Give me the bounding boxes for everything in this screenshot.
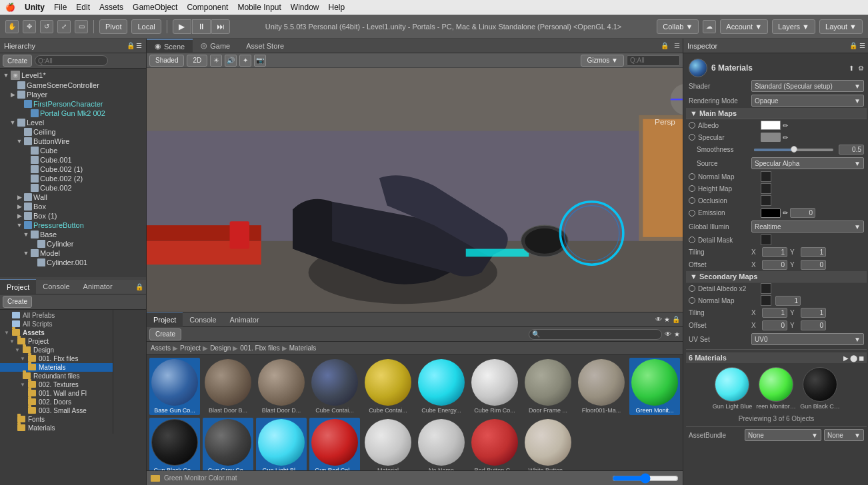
asset-cube-contai1[interactable]: Cube Contai...	[309, 358, 360, 415]
proj-all-prefabs[interactable]: All Prefabs	[0, 311, 113, 320]
global-illum-dropdown[interactable]: Realtime ▼	[751, 221, 864, 233]
breadcrumb-assets[interactable]: Assets	[151, 344, 171, 352]
proj-textures[interactable]: ▼ 002. Textures	[0, 380, 113, 389]
game-tab[interactable]: ◎ Game	[193, 39, 238, 53]
pause-button[interactable]: ⏸	[192, 19, 211, 34]
zoom-slider[interactable]	[612, 474, 679, 483]
detail-mask-thumb[interactable]	[761, 235, 771, 245]
lighting-icon[interactable]: ☀	[210, 55, 222, 67]
scene-tab[interactable]: ◉ Scene	[147, 39, 193, 53]
tree-item-level1[interactable]: ▼ ⊞ Level1*	[0, 70, 146, 81]
smoothness-value[interactable]: 0.5	[839, 145, 864, 155]
apple-icon[interactable]: 🍎	[5, 3, 15, 12]
asset-cube-energy[interactable]: Cube Energy...	[416, 358, 467, 415]
project-tab[interactable]: Project	[0, 279, 36, 294]
proj-design[interactable]: ▼ Design	[0, 346, 113, 354]
specular-swatch[interactable]	[761, 133, 781, 142]
proj-wall-fl[interactable]: 001. Wall and Fl	[0, 389, 113, 398]
tree-item-wall[interactable]: ▶ Wall	[13, 193, 146, 202]
tiling2-x[interactable]: 1	[762, 308, 787, 318]
inspector-gear-icon[interactable]: ⚙	[858, 65, 864, 72]
specular-picker-icon[interactable]: ✏	[783, 134, 788, 141]
tree-item-base[interactable]: ▼ Base	[20, 230, 146, 239]
preview-sphere-icon[interactable]: ⬤	[850, 354, 857, 362]
move-tool-icon[interactable]: ✥	[23, 20, 36, 33]
albedo-picker-icon[interactable]: ✏	[783, 122, 788, 129]
menu-unity[interactable]: Unity	[25, 3, 45, 12]
preview-mat-green-monitor[interactable]: reen Monitor Co	[756, 367, 796, 410]
height-map-thumb[interactable]	[761, 183, 771, 194]
albedo-swatch[interactable]	[761, 121, 781, 130]
proj-materials2[interactable]: Materials	[0, 424, 113, 432]
step-button[interactable]: ⏭	[211, 19, 230, 34]
scene-3d-view[interactable]: y Persp	[147, 68, 683, 312]
proj-materials[interactable]: Materials	[0, 363, 113, 372]
fx-icon[interactable]: ✦	[239, 55, 251, 67]
preview-cube-icon[interactable]: ◼	[859, 354, 864, 362]
menu-window[interactable]: Window	[291, 3, 319, 12]
assetbundle-variant-dropdown[interactable]: None ▼	[824, 429, 864, 441]
layers-button[interactable]: Layers ▼	[772, 19, 815, 34]
asset-search-opts[interactable]: 👁	[665, 330, 671, 338]
asset-cube-rim[interactable]: Cube Rim Co...	[469, 358, 520, 415]
tree-item-firstpersoncharacter[interactable]: FirstPersonCharacter	[13, 99, 146, 109]
play-button[interactable]: ▶	[173, 19, 191, 34]
hand-tool-icon[interactable]: ✋	[5, 20, 19, 33]
emission-value[interactable]: 0	[790, 208, 815, 218]
tree-item-pressurebutton[interactable]: ▼ PressureButton	[13, 221, 146, 230]
preview-play-icon[interactable]: ▶	[843, 354, 849, 362]
rendering-mode-dropdown[interactable]: Opaque ▼	[751, 95, 864, 107]
menu-help[interactable]: Help	[329, 3, 345, 12]
menu-gameobject[interactable]: GameObject	[133, 3, 177, 12]
breadcrumb-materials[interactable]: Materials	[289, 344, 317, 352]
asset-gun-light-bl[interactable]: Gun Light Bl...	[256, 418, 307, 470]
breadcrumb-fbx[interactable]: 001. Fbx files	[240, 344, 279, 352]
inspector-menu-icon[interactable]: ☰	[859, 42, 865, 49]
emission-swatch[interactable]	[761, 209, 781, 218]
asset-door-frame[interactable]: Door Frame ...	[523, 358, 573, 415]
asset-white-button[interactable]: White Button...	[523, 418, 573, 470]
tree-item-cylinder[interactable]: Cylinder	[27, 239, 146, 248]
tiling2-y[interactable]: 1	[801, 308, 826, 318]
asset-material[interactable]: Material	[363, 418, 413, 470]
preview-mat-gun-light-blue[interactable]: Gun Light Blue	[713, 367, 753, 410]
proj-project[interactable]: ▼ Project	[0, 337, 113, 346]
animator-bottom-tab[interactable]: Animator	[223, 312, 266, 327]
source-dropdown[interactable]: Specular Alpha ▼	[751, 157, 864, 169]
hierarchy-menu-icon[interactable]: ☰	[136, 42, 142, 49]
proj-all-scripts[interactable]: All Scripts	[0, 320, 113, 328]
local-button[interactable]: Local	[131, 19, 161, 34]
asset-gun-grey-co[interactable]: Gun Grey Co...	[203, 418, 253, 470]
tree-item-cube002[interactable]: Cube.002	[20, 183, 146, 193]
inspector-lock-icon[interactable]: 🔒	[849, 42, 857, 49]
asset-floor001[interactable]: Floor001-Ma...	[576, 358, 627, 415]
tree-item-cylinder001[interactable]: Cylinder.001	[27, 258, 146, 267]
tiling-x-value[interactable]: 1	[762, 247, 787, 257]
layout-button[interactable]: Layout ▼	[819, 19, 863, 34]
scene-camera-icon[interactable]: 📷	[254, 55, 266, 67]
inspector-open-icon[interactable]: ⬆	[849, 65, 854, 72]
tree-item-portal-gun[interactable]: Portal Gun Mk2 002	[20, 109, 146, 118]
project-create-button[interactable]: Create	[3, 296, 32, 308]
asset-star-icon[interactable]: ★	[664, 316, 670, 323]
offset2-y[interactable]: 0	[801, 320, 826, 330]
main-maps-arrow[interactable]: ▼	[690, 109, 699, 117]
cloud-icon[interactable]: ☁	[703, 20, 716, 33]
menu-file[interactable]: File	[54, 3, 67, 12]
scene-panel-menu[interactable]: ☰	[671, 42, 683, 49]
tree-item-box1[interactable]: ▶ Box (1)	[13, 211, 146, 221]
proj-redundant[interactable]: Redundant files	[0, 372, 113, 380]
preview-mat-gun-black[interactable]: Gun Black Colo	[800, 367, 840, 410]
tree-item-buttonwire[interactable]: ▼ ButtonWire	[13, 137, 146, 146]
asset-gun-black-co[interactable]: Gun Black Co...	[149, 418, 200, 470]
audio-icon[interactable]: 🔊	[225, 55, 237, 67]
asset-green-monitor[interactable]: Green Monit...	[629, 358, 680, 415]
offset-x-value[interactable]: 0	[762, 260, 787, 270]
secondary-maps-arrow[interactable]: ▼	[690, 272, 699, 280]
asset-eye-icon[interactable]: 👁	[655, 316, 662, 323]
assetbundle-dropdown[interactable]: None ▼	[745, 429, 821, 441]
tree-item-ceiling[interactable]: Ceiling	[13, 127, 146, 137]
occlusion-map-thumb[interactable]	[761, 195, 771, 206]
account-button[interactable]: Account ▼	[720, 19, 768, 34]
scale-tool-icon[interactable]: ⤢	[57, 20, 71, 33]
